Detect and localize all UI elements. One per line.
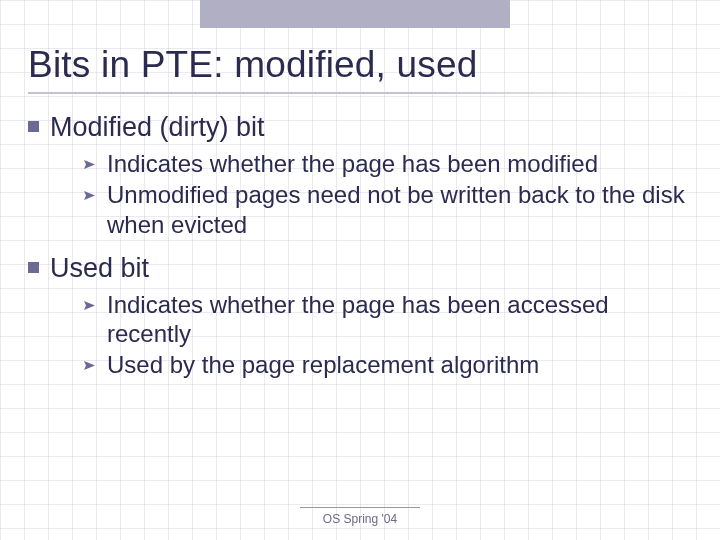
svg-marker-2 — [84, 301, 95, 310]
footer-text: OS Spring '04 — [0, 512, 720, 526]
item-text: Indicates whether the page has been modi… — [107, 149, 598, 178]
svg-marker-3 — [84, 361, 95, 370]
title-underline — [28, 92, 692, 94]
svg-marker-0 — [84, 160, 95, 169]
item-text: Used by the page replacement algorithm — [107, 350, 539, 379]
list-item: Used by the page replacement algorithm — [84, 350, 692, 379]
arrow-bullet-icon — [84, 361, 95, 370]
footer-divider — [300, 507, 420, 508]
list-item: Indicates whether the page has been acce… — [84, 290, 692, 349]
svg-marker-1 — [84, 191, 95, 200]
arrow-bullet-icon — [84, 301, 95, 310]
section-items: Indicates whether the page has been modi… — [84, 149, 692, 239]
item-text: Indicates whether the page has been acce… — [107, 290, 692, 349]
section-label: Used bit — [50, 253, 149, 284]
arrow-bullet-icon — [84, 191, 95, 200]
list-item: Unmodified pages need not be written bac… — [84, 180, 692, 239]
section-heading: Modified (dirty) bit — [28, 112, 692, 143]
square-bullet-icon — [28, 121, 39, 132]
list-item: Indicates whether the page has been modi… — [84, 149, 692, 178]
section-heading: Used bit — [28, 253, 692, 284]
item-text: Unmodified pages need not be written bac… — [107, 180, 692, 239]
square-bullet-icon — [28, 262, 39, 273]
arrow-bullet-icon — [84, 160, 95, 169]
section-items: Indicates whether the page has been acce… — [84, 290, 692, 380]
slide-title: Bits in PTE: modified, used — [28, 44, 692, 86]
top-accent-bar — [200, 0, 510, 28]
slide-footer: OS Spring '04 — [0, 507, 720, 526]
slide-content: Bits in PTE: modified, used Modified (di… — [0, 0, 720, 540]
section-label: Modified (dirty) bit — [50, 112, 265, 143]
